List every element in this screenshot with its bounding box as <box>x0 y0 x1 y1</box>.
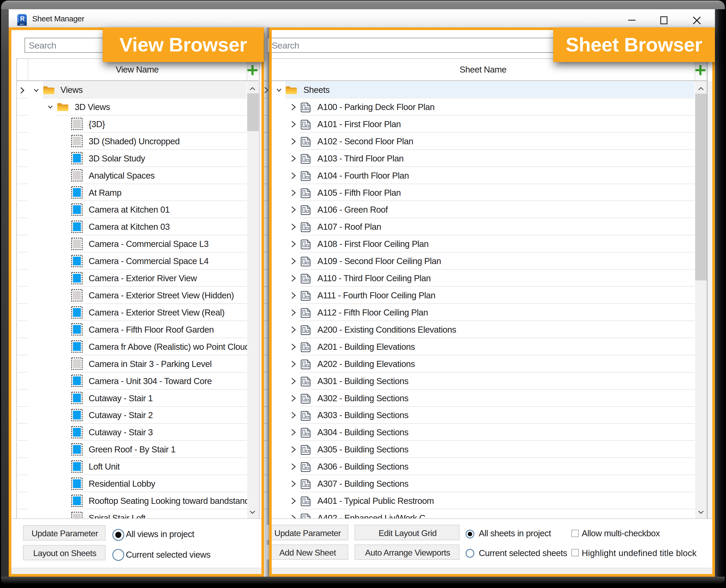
svg-text:RVT: RVT <box>20 23 24 26</box>
svg-text:R: R <box>20 15 24 22</box>
